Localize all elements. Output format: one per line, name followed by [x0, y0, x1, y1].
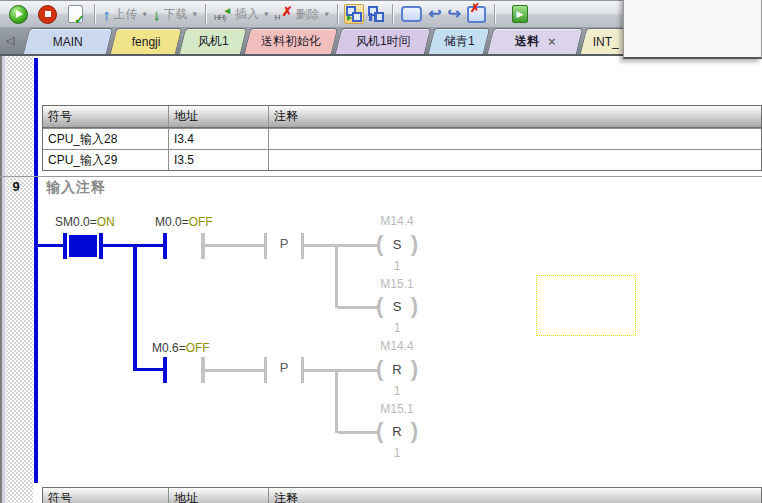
undo-button[interactable]: ↩	[428, 6, 441, 22]
wire	[133, 368, 166, 371]
delete-button[interactable]: ✗ H 删除 ▾	[272, 4, 333, 25]
symbol-table-bottom: 符号 地址 注释	[42, 487, 762, 503]
symbol-table-header: 符号 地址 注释	[43, 488, 761, 503]
col-symbol: 符号	[43, 106, 169, 127]
download-dropdown-icon[interactable]: ▾	[193, 9, 198, 19]
address-cell[interactable]: I3.4	[169, 129, 269, 149]
wire	[205, 244, 265, 247]
green-doc-button[interactable]: ▶	[512, 5, 528, 23]
contact-m00[interactable]	[163, 233, 167, 259]
green-doc-arrow-icon: ▶	[516, 9, 523, 19]
wire	[205, 369, 265, 372]
tab-fan1-time[interactable]: 风机1时间	[335, 28, 431, 54]
floating-panel	[623, 0, 762, 59]
branch-wire	[133, 246, 137, 370]
network-title[interactable]: 输入注释	[46, 179, 106, 197]
coil-count: 1	[376, 446, 418, 460]
p-contact[interactable]	[264, 233, 267, 259]
run-icon	[9, 5, 28, 24]
tab-fan1-time-label: 风机1时间	[356, 33, 411, 50]
clear-x-icon: ✗	[470, 2, 480, 14]
contact-label-sm00: SM0.0=ON	[55, 215, 115, 229]
p-contact[interactable]	[264, 357, 267, 383]
table-row[interactable]: CPU_输入29 I3.5	[43, 149, 761, 170]
contact-label-m00: M0.0=OFF	[155, 215, 213, 229]
insert-button[interactable]: ◄ HH) 插入 ▾	[211, 4, 272, 25]
tab-songliao-active[interactable]: 送料 ×	[487, 28, 583, 54]
delete-icon: ✗ H	[275, 6, 293, 22]
tab-fengji[interactable]: fengji	[110, 28, 182, 54]
contact-sm00-energized[interactable]	[69, 235, 97, 257]
selection-cursor[interactable]	[536, 275, 636, 336]
power-rail	[34, 58, 38, 176]
coil-reset-m144[interactable]: (R)	[376, 356, 418, 382]
coil-set-m144[interactable]: (S)	[376, 231, 418, 257]
coil-address: M15.1	[366, 402, 428, 416]
contact-m06[interactable]	[163, 357, 167, 383]
p-contact-label: P	[269, 360, 299, 375]
delete-label: 删除	[296, 6, 320, 23]
branch-wire	[335, 371, 338, 433]
table-row[interactable]: CPU_输入28 I3.4	[43, 128, 761, 149]
col-address: 地址	[169, 488, 269, 503]
insert-dropdown-icon[interactable]: ▾	[264, 9, 269, 19]
upload-label: 上传	[114, 6, 138, 23]
stop-icon	[38, 5, 57, 24]
compile-check-icon: ✓	[68, 5, 83, 23]
upload-icon: ↑	[103, 7, 111, 22]
upload-button[interactable]: ↑ 上传 ▾	[100, 4, 150, 25]
delete-dropdown-icon[interactable]: ▾	[325, 9, 330, 19]
run-button[interactable]	[4, 3, 33, 26]
clear-box-button[interactable]: ✗	[467, 6, 486, 23]
tab-main-label: MAIN	[53, 35, 83, 49]
tab-strip: MAIN fengji 风机1 送料初始化 风机1时间 储青1 送料 ×	[26, 28, 632, 54]
plc-editor-window: ✓ ↑ 上传 ▾ ↓ 下载 ▾ ◄ HH) 插入 ▾ ✗ H 删除	[0, 0, 762, 503]
tab-int-label: INT_	[593, 35, 619, 49]
coil-reset-m151[interactable]: (R)	[376, 418, 418, 444]
col-comment: 注释	[269, 106, 761, 127]
p-contact-label: P	[269, 236, 299, 251]
status-pause-icon	[369, 13, 372, 21]
comment-cell[interactable]	[269, 150, 761, 170]
download-label: 下载	[164, 6, 188, 23]
tab-close-icon[interactable]: ×	[548, 35, 556, 48]
wire	[304, 369, 380, 372]
wire	[338, 306, 380, 309]
toolbar-separator	[337, 4, 338, 24]
symbol-cell[interactable]: CPU_输入29	[43, 150, 169, 170]
wire	[304, 244, 380, 247]
insert-icon: ◄ HH)	[214, 6, 232, 22]
upload-dropdown-icon[interactable]: ▾	[143, 9, 148, 19]
download-icon: ↓	[153, 7, 161, 22]
download-button[interactable]: ↓ 下载 ▾	[150, 4, 200, 25]
program-status-button[interactable]	[344, 4, 364, 24]
tab-feed-init[interactable]: 送料初始化	[244, 28, 338, 54]
contact-sm00[interactable]	[63, 233, 67, 259]
toolbar-separator	[392, 4, 393, 24]
pause-status-button[interactable]	[366, 4, 386, 24]
tab-fan1-label: 风机1	[198, 33, 229, 50]
wire	[38, 244, 64, 247]
tab-chuqing1[interactable]: 储青1	[428, 28, 490, 54]
tab-main[interactable]: MAIN	[23, 28, 113, 54]
comment-cell[interactable]	[269, 129, 761, 149]
box-tool-button[interactable]	[401, 6, 422, 22]
coil-count: 1	[376, 384, 418, 398]
col-symbol: 符号	[43, 488, 169, 503]
compile-button[interactable]: ✓	[62, 3, 89, 25]
stop-button[interactable]	[33, 3, 62, 26]
redo-button[interactable]: ↪	[448, 6, 461, 22]
symbol-table-header: 符号 地址 注释	[43, 106, 761, 128]
tab-chuqing1-label: 储青1	[444, 33, 475, 50]
address-cell[interactable]: I3.5	[169, 150, 269, 170]
symbol-table-top: 符号 地址 注释 CPU_输入28 I3.4 CPU_输入29 I3.5	[42, 105, 762, 171]
gutter-strip	[2, 56, 5, 503]
tab-songliao-label: 送料	[515, 33, 539, 50]
coil-set-m151[interactable]: (S)	[376, 293, 418, 319]
network-number: 9	[5, 179, 27, 194]
tab-scroll-left-button[interactable]: ◁	[2, 31, 18, 49]
coil-count: 1	[376, 259, 418, 273]
symbol-cell[interactable]: CPU_输入28	[43, 129, 169, 149]
coil-address: M14.4	[366, 339, 428, 353]
tab-fan1[interactable]: 风机1	[179, 28, 247, 54]
